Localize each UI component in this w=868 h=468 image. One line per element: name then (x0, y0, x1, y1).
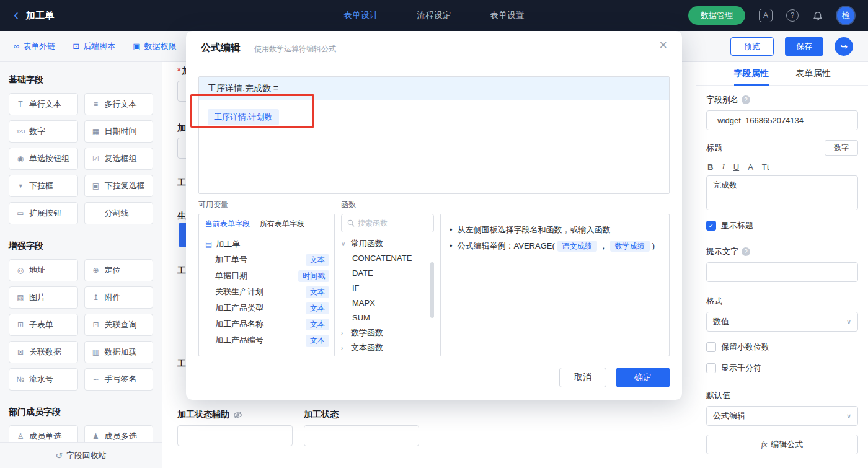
sidebar-item-checkbox-group[interactable]: ☑复选框组 (84, 148, 154, 170)
bullet-icon: • (450, 241, 453, 250)
variable-field-row[interactable]: 单据日期时间戳 (199, 268, 334, 284)
function-item-concatenate[interactable]: CONCATENATE (341, 251, 434, 266)
sidebar-item-data-load[interactable]: ▥数据加载 (84, 341, 154, 363)
form-external-link[interactable]: ∞ 表单外链 (14, 41, 55, 52)
variable-field-row[interactable]: 加工单号文本 (199, 252, 334, 268)
save-button[interactable]: 保存 (785, 37, 823, 56)
formula-body[interactable]: 工序详情.计划数 (199, 100, 669, 193)
group-common-functions[interactable]: ∨常用函数 (341, 236, 434, 251)
share-button[interactable]: ↪ (835, 37, 853, 56)
help-icon[interactable]: ? (786, 9, 799, 22)
field-input[interactable] (304, 425, 419, 446)
back-icon[interactable]: ‹ (14, 7, 19, 22)
sidebar-item-extend-button[interactable]: ▭扩展按钮 (9, 202, 78, 224)
avatar[interactable]: 检 (837, 7, 854, 24)
formula-field-tag[interactable]: 工序详情.计划数 (208, 109, 279, 125)
data-permission-link[interactable]: ▣ 数据权限 (133, 41, 176, 52)
variable-field-row[interactable]: 加工产品类型文本 (199, 300, 334, 316)
title-row: 标题 数字 (706, 140, 858, 156)
radio-icon: ◉ (16, 154, 25, 163)
italic-icon[interactable]: I (722, 162, 724, 172)
search-input[interactable] (358, 214, 431, 232)
field-process-status-helper[interactable]: 加工状态辅助 (177, 409, 293, 446)
sidebar-item-divider[interactable]: ═分割线 (84, 202, 154, 224)
function-item-mapx[interactable]: MAPX (341, 296, 434, 311)
function-item-if[interactable]: IF (341, 281, 434, 296)
function-item-date[interactable]: DATE (341, 266, 434, 281)
cancel-button[interactable]: 取消 (559, 368, 606, 387)
number-icon: 123 (16, 128, 25, 135)
font-size-icon[interactable]: Tt (762, 162, 769, 172)
font-color-icon[interactable]: A (748, 162, 753, 172)
edit-formula-button[interactable]: fx 编辑公式 (706, 435, 858, 454)
variables-tabs: 当前表单字段 所有表单字段 (199, 214, 334, 234)
bell-icon[interactable] (812, 10, 823, 21)
functions-label: 函数 (341, 200, 356, 210)
question-icon[interactable]: ? (742, 247, 750, 256)
function-item-sum[interactable]: SUM (341, 311, 434, 325)
format-select[interactable]: 数值 ∨ (706, 312, 858, 332)
field-recycle-bin[interactable]: ↺ 字段回收站 (0, 442, 162, 468)
sidebar-item-subform[interactable]: ⊞子表单 (9, 314, 78, 336)
example-field-tag: 语文成绩 (557, 241, 597, 252)
question-icon[interactable]: ? (742, 95, 750, 104)
preview-button[interactable]: 预览 (730, 37, 774, 56)
variable-field-row[interactable]: 加工产品编号文本 (199, 332, 334, 348)
tab-form-design[interactable]: 表单设计 (343, 10, 378, 21)
help-text: 从左侧面板选择字段名和函数，或输入函数 (458, 225, 611, 234)
alias-input[interactable] (706, 110, 858, 130)
properties-panel: 字段属性 表单属性 字段别名 ? 标题 数字 B I U A Tt 完成数 ✓ … (696, 62, 868, 468)
tab-form-properties[interactable]: 表单属性 (796, 62, 831, 86)
language-icon[interactable]: A (759, 9, 773, 22)
field-type-badge[interactable]: 数字 (825, 140, 858, 156)
sidebar-item-linked-data[interactable]: ⊠关联数据 (9, 341, 78, 363)
sidebar-item-select[interactable]: ▼下拉框 (9, 175, 78, 197)
sidebar-item-serial-number[interactable]: №流水号 (9, 368, 78, 391)
item-label: 成员多选 (105, 431, 137, 442)
field-process-status[interactable]: 加工状态 (304, 409, 419, 446)
sidebar-item-location[interactable]: ⊕定位 (84, 259, 154, 281)
sidebar-item-address[interactable]: ◎地址 (9, 259, 78, 281)
keep-decimals-checkbox[interactable] (706, 342, 716, 352)
field-input[interactable] (177, 425, 293, 446)
field-name: 关联生产计划 (215, 286, 306, 298)
variable-field-row[interactable]: 加工产品名称文本 (199, 316, 334, 332)
close-icon[interactable]: × (659, 38, 667, 52)
sidebar-item-multi-select[interactable]: ▣下拉复选框 (84, 175, 154, 197)
item-label: 附件 (105, 292, 121, 303)
sidebar-item-signature[interactable]: ∽手写签名 (84, 368, 154, 391)
sidebar-item-radio-group[interactable]: ◉单选按钮组 (9, 148, 78, 170)
underline-icon[interactable]: U (733, 162, 739, 172)
tab-current-form-fields[interactable]: 当前表单字段 (205, 214, 250, 234)
tab-field-properties[interactable]: 字段属性 (734, 62, 769, 86)
sidebar-item-datetime[interactable]: ▦日期时间 (84, 120, 154, 143)
title-value-editor[interactable]: 完成数 (706, 175, 858, 210)
confirm-button[interactable]: 确定 (616, 368, 670, 387)
show-title-checkbox[interactable]: ✓ (706, 221, 716, 231)
tab-all-form-fields[interactable]: 所有表单字段 (260, 214, 304, 234)
sidebar-item-number[interactable]: 123数字 (9, 120, 78, 143)
group-math-functions[interactable]: ›数学函数 (341, 325, 434, 340)
user-icon: ♙ (16, 432, 25, 441)
item-label: 日期时间 (105, 126, 137, 137)
tab-flow-setting[interactable]: 流程设定 (417, 10, 451, 21)
sidebar-item-image[interactable]: ▧图片 (9, 286, 78, 309)
hint-input[interactable] (706, 262, 858, 282)
default-value-select[interactable]: 公式编辑 ∨ (706, 406, 858, 426)
bold-icon[interactable]: B (707, 162, 713, 172)
form-node[interactable]: ▤ 加工单 (199, 234, 334, 252)
backend-script-link[interactable]: ⊡ 后端脚本 (73, 41, 115, 52)
sidebar-item-single-line-text[interactable]: T单行文本 (9, 93, 78, 115)
data-manage-button[interactable]: 数据管理 (688, 6, 745, 25)
variable-field-row[interactable]: 关联生产计划文本 (199, 284, 334, 300)
scrollbar-thumb[interactable] (430, 262, 434, 318)
group-text-functions[interactable]: ›文本函数 (341, 340, 434, 355)
chevron-right-icon: › (341, 330, 347, 337)
tab-form-setting[interactable]: 表单设置 (490, 10, 525, 21)
thousands-checkbox[interactable] (706, 363, 716, 373)
sidebar-item-linked-query[interactable]: ⊡关联查询 (84, 314, 154, 336)
sidebar-item-multi-line-text[interactable]: ≡多行文本 (84, 93, 154, 115)
sidebar-item-attachment[interactable]: ↥附件 (84, 286, 154, 309)
document-icon: ▤ (205, 240, 212, 249)
field-label-fragment: 生 (177, 211, 186, 222)
